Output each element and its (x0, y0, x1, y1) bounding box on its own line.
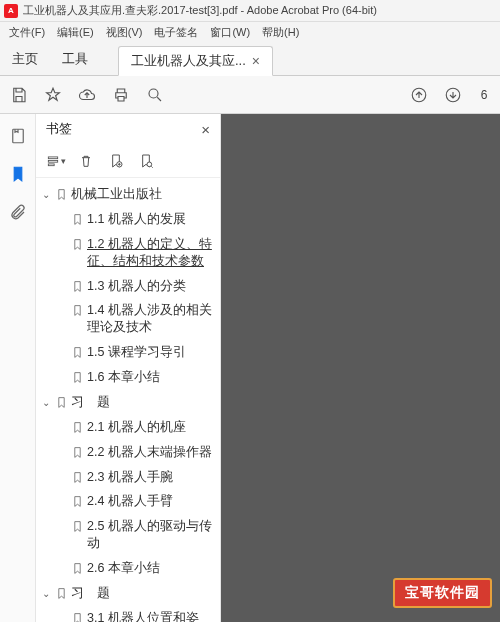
page-up-icon[interactable] (408, 84, 430, 106)
close-panel-icon[interactable]: × (201, 121, 210, 138)
menu-help[interactable]: 帮助(H) (257, 23, 304, 42)
bookmark-item[interactable]: 2.4 机器人手臂 (38, 489, 218, 514)
bookmark-item[interactable]: 1.4 机器人涉及的相关理论及技术 (38, 298, 218, 340)
bookmark-icon (71, 238, 84, 251)
delete-bookmark-icon[interactable] (76, 151, 96, 171)
bookmark-icon (55, 396, 68, 409)
window-title: 工业机器人及其应用.查夫彩.2017-test[3].pdf - Adobe A… (23, 3, 377, 18)
document-viewer[interactable]: 宝哥软件园 (221, 114, 500, 622)
content-area: 书签 × ▾ ⌄机械工业出版社1.1 机器人的发展1.2 机器人的定义、特征、结… (0, 114, 500, 622)
bookmarks-panel: 书签 × ▾ ⌄机械工业出版社1.1 机器人的发展1.2 机器人的定义、特征、结… (36, 114, 221, 622)
tab-tools[interactable]: 工具 (50, 42, 100, 75)
bookmark-item[interactable]: 1.3 机器人的分类 (38, 274, 218, 299)
attachments-icon[interactable] (6, 200, 30, 224)
menu-window[interactable]: 窗口(W) (205, 23, 255, 42)
bookmark-icon (71, 304, 84, 317)
bookmark-item[interactable]: ⌄习 题 (38, 581, 218, 606)
bookmark-icon (71, 280, 84, 293)
cloud-upload-icon[interactable] (76, 84, 98, 106)
svg-point-8 (147, 162, 152, 167)
options-icon[interactable]: ▾ (46, 151, 66, 171)
bookmark-tree[interactable]: ⌄机械工业出版社1.1 机器人的发展1.2 机器人的定义、特征、结构和技术参数1… (36, 178, 220, 622)
svg-rect-6 (48, 163, 54, 165)
bookmark-item[interactable]: 1.1 机器人的发展 (38, 207, 218, 232)
page-down-icon[interactable] (442, 84, 464, 106)
panel-header: 书签 × (36, 114, 220, 144)
bookmark-label: 2.4 机器人手臂 (87, 493, 216, 510)
bookmark-item[interactable]: ⌄习 题 (38, 390, 218, 415)
bookmark-icon (71, 446, 84, 459)
bookmark-label: 2.2 机器人末端操作器 (87, 444, 216, 461)
bookmark-icon (71, 213, 84, 226)
tab-bar: 主页 工具 工业机器人及其应... × (0, 42, 500, 76)
bookmark-label: 1.3 机器人的分类 (87, 278, 216, 295)
bookmark-item[interactable]: 1.5 课程学习导引 (38, 340, 218, 365)
bookmark-label: 3.1 机器人位置和姿 (87, 610, 216, 622)
expand-toggle-icon[interactable]: ⌄ (40, 188, 52, 202)
bookmark-icon (71, 495, 84, 508)
close-tab-icon[interactable]: × (252, 53, 260, 69)
bookmark-item[interactable]: 1.6 本章小结 (38, 365, 218, 390)
bookmark-icon (55, 188, 68, 201)
bookmark-item[interactable]: 2.2 机器人末端操作器 (38, 440, 218, 465)
bookmark-label: 1.1 机器人的发展 (87, 211, 216, 228)
bookmark-item[interactable]: 2.1 机器人的机座 (38, 415, 218, 440)
new-bookmark-icon[interactable] (106, 151, 126, 171)
menu-view[interactable]: 视图(V) (101, 23, 148, 42)
svg-rect-4 (48, 156, 57, 158)
bookmark-icon (71, 371, 84, 384)
bookmark-label: 习 题 (71, 585, 216, 602)
bookmark-icon (71, 471, 84, 484)
save-icon[interactable] (8, 84, 30, 106)
bookmark-label: 1.2 机器人的定义、特征、结构和技术参数 (87, 236, 216, 270)
bookmark-item[interactable]: 2.5 机器人的驱动与传动 (38, 514, 218, 556)
bookmarks-icon[interactable] (6, 162, 30, 186)
bookmark-label: 机械工业出版社 (71, 186, 216, 203)
bookmark-label: 习 题 (71, 394, 216, 411)
star-icon[interactable] (42, 84, 64, 106)
bookmark-item[interactable]: ⌄机械工业出版社 (38, 182, 218, 207)
bookmark-item[interactable]: 2.6 本章小结 (38, 556, 218, 581)
expand-toggle-icon[interactable]: ⌄ (40, 396, 52, 410)
bookmark-icon (71, 562, 84, 575)
thumbnails-icon[interactable] (6, 124, 30, 148)
bookmark-item[interactable]: 3.1 机器人位置和姿 (38, 606, 218, 622)
bookmark-item[interactable]: 2.3 机器人手腕 (38, 465, 218, 490)
menu-bar: 文件(F) 编辑(E) 视图(V) 电子签名 窗口(W) 帮助(H) (0, 22, 500, 42)
menu-edit[interactable]: 编辑(E) (52, 23, 99, 42)
bookmark-icon (71, 346, 84, 359)
svg-rect-5 (48, 160, 57, 162)
tab-document[interactable]: 工业机器人及其应... × (118, 46, 273, 76)
menu-file[interactable]: 文件(F) (4, 23, 50, 42)
panel-toolbar: ▾ (36, 144, 220, 178)
tab-document-label: 工业机器人及其应... (131, 52, 246, 70)
bookmark-label: 1.5 课程学习导引 (87, 344, 216, 361)
svg-point-0 (149, 89, 158, 98)
tab-home[interactable]: 主页 (0, 42, 50, 75)
expand-toggle-icon[interactable]: ⌄ (40, 587, 52, 601)
bookmark-label: 2.3 机器人手腕 (87, 469, 216, 486)
print-icon[interactable] (110, 84, 132, 106)
app-icon: A (4, 4, 18, 18)
bookmark-item[interactable]: 1.2 机器人的定义、特征、结构和技术参数 (38, 232, 218, 274)
watermark-badge: 宝哥软件园 (393, 578, 492, 608)
bookmark-icon (55, 587, 68, 600)
bookmark-icon (71, 612, 84, 622)
bookmark-label: 2.6 本章小结 (87, 560, 216, 577)
search-icon[interactable] (144, 84, 166, 106)
bookmark-label: 2.1 机器人的机座 (87, 419, 216, 436)
bookmark-label: 1.4 机器人涉及的相关理论及技术 (87, 302, 216, 336)
title-bar: A 工业机器人及其应用.查夫彩.2017-test[3].pdf - Adobe… (0, 0, 500, 22)
bookmark-label: 2.5 机器人的驱动与传动 (87, 518, 216, 552)
side-rail (0, 114, 36, 622)
bookmark-label: 1.6 本章小结 (87, 369, 216, 386)
find-bookmark-icon[interactable] (136, 151, 156, 171)
page-number[interactable]: 6 (476, 88, 492, 102)
bookmark-icon (71, 421, 84, 434)
main-toolbar: 6 (0, 76, 500, 114)
bookmark-icon (71, 520, 84, 533)
menu-sign[interactable]: 电子签名 (149, 23, 203, 42)
panel-title: 书签 (46, 120, 72, 138)
